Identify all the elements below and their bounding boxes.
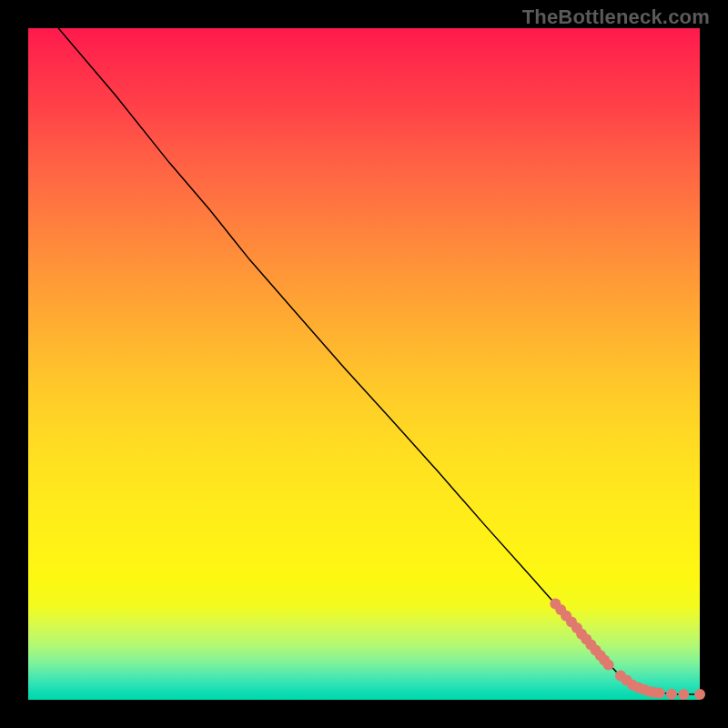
chart-stage: TheBottleneck.com <box>0 0 728 728</box>
watermark-text: TheBottleneck.com <box>522 5 710 29</box>
plot-background-gradient <box>28 28 700 700</box>
